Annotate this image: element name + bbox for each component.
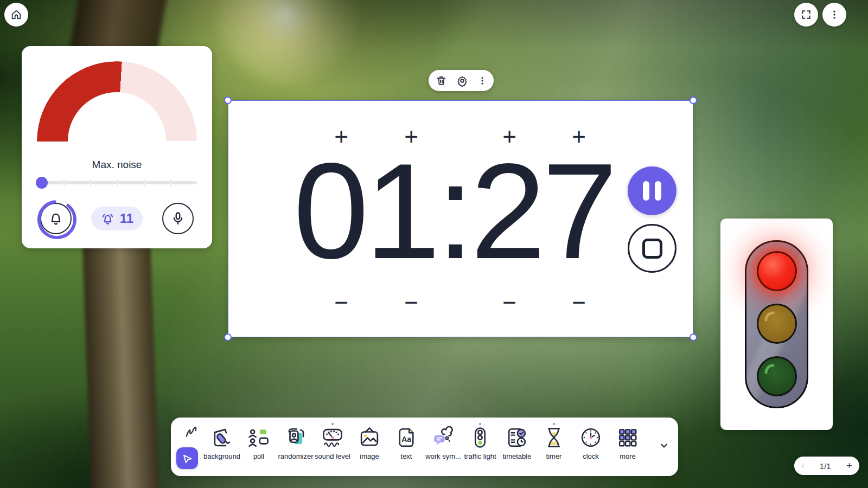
microphone-button[interactable]: [162, 203, 194, 234]
toolbar-item-label: text: [401, 452, 412, 460]
timer-display: 01:27: [293, 144, 614, 279]
widget-more-button[interactable]: [477, 76, 487, 86]
canopy-shadow: [198, 0, 519, 113]
resize-handle-bottom-left[interactable]: [224, 333, 232, 341]
page-navigator: ‹ 1/1 +: [794, 457, 859, 475]
pause-icon: [643, 181, 649, 201]
decrease-minutes-tens-button[interactable]: −: [334, 291, 348, 314]
toolbar-item-label: image: [360, 452, 379, 460]
page-indicator: 1/1: [820, 461, 831, 471]
resize-handle-bottom-right[interactable]: [690, 333, 697, 341]
amber-light[interactable]: [757, 304, 797, 344]
toolbar-item-randomizer[interactable]: randomizer: [277, 425, 314, 460]
toolbar-item-label: more: [620, 452, 636, 460]
widget-action-toolbar: [429, 70, 494, 91]
fullscreen-icon: [801, 9, 812, 20]
toolbar-item-label: clock: [583, 452, 599, 460]
stop-button[interactable]: [628, 224, 676, 273]
toolbar-item-background[interactable]: background: [203, 425, 240, 460]
toolbar-item-label: poll: [253, 452, 264, 460]
toolbar-item-text[interactable]: Aa text: [388, 425, 425, 460]
gear-icon: [456, 75, 468, 87]
home-button[interactable]: [4, 3, 28, 27]
noise-controls-row: 11: [40, 203, 194, 234]
svg-text:Aa: Aa: [401, 435, 411, 444]
toolbar-items: background poll: [203, 425, 646, 460]
active-dot: [479, 423, 481, 425]
picture-icon: [358, 425, 381, 451]
sound-level-widget: Max. noise: [22, 46, 212, 248]
main-menu-button[interactable]: [822, 3, 846, 27]
previous-page-button[interactable]: ‹: [801, 460, 805, 471]
grid-more-icon: [616, 425, 639, 451]
resize-handle-top-left[interactable]: [224, 97, 232, 104]
chevron-down-icon: [659, 440, 669, 451]
fullscreen-button[interactable]: [794, 3, 818, 27]
kebab-menu-icon: [477, 76, 487, 86]
toolbar-item-image[interactable]: image: [351, 425, 388, 460]
widgets-toolbar: background poll: [171, 418, 678, 476]
toolbar-item-label: randomizer: [278, 452, 313, 460]
stop-icon: [642, 239, 662, 259]
kebab-menu-icon: [829, 9, 840, 20]
pen-scribble-icon: [184, 424, 200, 440]
randomizer-cards-icon: [284, 425, 307, 451]
decrease-seconds-button[interactable]: −: [572, 291, 586, 314]
bell-progress-ring: [37, 200, 77, 240]
noise-gauge-label: Max. noise: [22, 159, 212, 171]
bell-ringing-icon: [100, 211, 115, 226]
draw-tool-button[interactable]: [184, 424, 200, 440]
select-tool-button[interactable]: [176, 447, 198, 469]
slider-tick: [144, 178, 145, 187]
palm-trunk-bottom: [82, 229, 159, 488]
sound-meter-icon: [321, 425, 344, 451]
delete-widget-button[interactable]: [436, 75, 447, 86]
timer-widget[interactable]: + + + + 01:27 − − − −: [228, 100, 693, 337]
clock-icon: [579, 425, 602, 451]
slider-tick: [170, 178, 171, 187]
toolbar-item-label: sound level: [315, 452, 350, 460]
resize-handle-top-right[interactable]: [690, 97, 697, 104]
home-icon: [10, 9, 22, 21]
green-light[interactable]: [757, 356, 797, 396]
traffic-light-icon: [469, 425, 492, 451]
toolbar-item-label: timetable: [503, 452, 532, 460]
slider-tick: [117, 178, 118, 187]
speech-bubble-cloud-icon: [432, 425, 455, 451]
noise-gauge: [37, 61, 197, 142]
hourglass-icon: [542, 425, 565, 451]
toolbar-item-traffic-light[interactable]: traffic light: [462, 425, 499, 460]
active-dot: [553, 423, 555, 425]
toolbar-item-work-symbols[interactable]: work sym...: [425, 425, 462, 460]
widget-settings-button[interactable]: [456, 75, 468, 87]
toolbar-item-sound-level[interactable]: sound level: [314, 425, 351, 460]
active-dot: [331, 423, 334, 425]
trash-icon: [436, 75, 447, 86]
toolbar-item-clock[interactable]: clock: [572, 425, 609, 460]
toolbar-item-label: background: [203, 452, 240, 460]
pause-button[interactable]: [628, 166, 676, 215]
toolbar-item-poll[interactable]: poll: [240, 425, 277, 460]
timetable-icon: [506, 425, 528, 451]
poll-icon: [247, 425, 270, 451]
decrease-minutes-button[interactable]: −: [404, 291, 418, 314]
text-page-icon: Aa: [395, 425, 418, 451]
toolbar-item-timer[interactable]: timer: [535, 425, 572, 460]
bell-alert-button[interactable]: [40, 203, 72, 234]
traffic-light-housing: [745, 240, 808, 408]
noise-slider-thumb[interactable]: [36, 177, 48, 189]
red-light[interactable]: [757, 251, 797, 291]
microphone-icon: [170, 211, 186, 226]
cursor-icon: [181, 452, 194, 465]
decrease-seconds-tens-button[interactable]: −: [502, 291, 516, 314]
add-page-button[interactable]: +: [846, 460, 852, 472]
toolbar-item-more[interactable]: more: [609, 425, 646, 460]
toolbar-item-label: traffic light: [464, 452, 496, 460]
traffic-light-widget: [720, 219, 833, 430]
toolbar-item-timetable[interactable]: timetable: [499, 425, 535, 460]
paint-roller-icon: [210, 425, 233, 451]
bell-count-badge[interactable]: 11: [91, 207, 143, 230]
app-canvas: Max. noise: [0, 0, 868, 488]
max-noise-slider[interactable]: [37, 177, 197, 189]
toolbar-collapse-button[interactable]: [659, 440, 669, 451]
